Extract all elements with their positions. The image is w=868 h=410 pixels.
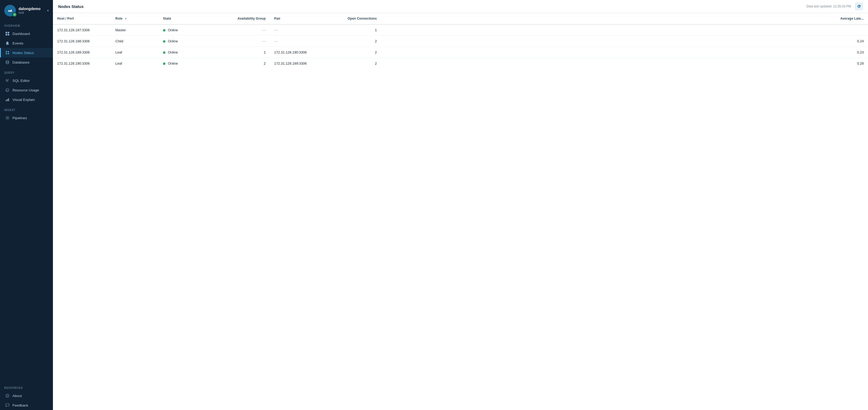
sidebar-item-visual-explain[interactable]: Visual Explain [0,95,53,104]
dashboard-icon [5,31,10,36]
table-row: 172.31.128.187:3306 Master Online — — 1 [53,24,868,36]
avatar-container [4,5,16,17]
cell-host: 172.31.128.188:3306 [53,36,111,47]
cell-state: Online [159,58,217,69]
svg-rect-21 [7,99,8,101]
topbar-right: Data last updated: 12:26:43 PM [806,3,863,10]
section-resources: RESOURCES [0,382,53,391]
cell-availability-group: 2 [217,58,270,69]
sidebar-item-sql-editor[interactable]: SQL Editor [0,76,53,85]
sidebar: dalongdemo root ▾ OVERVIEW Dashboard Eve… [0,0,53,410]
cell-role: Leaf [111,58,159,69]
user-badge [12,12,17,17]
section-overview: OVERVIEW [0,20,53,29]
nodes-table: Host / Port Role ▼ State Availability Gr… [53,13,868,69]
col-header-pair: Pair [270,13,328,24]
status-dot [163,51,165,54]
user-role: root [19,11,44,14]
databases-label: Databases [12,60,30,64]
table-header-row: Host / Port Role ▼ State Availability Gr… [53,13,868,24]
status-dot [163,62,165,65]
status-text: Online [168,39,178,43]
cell-state: Online [159,36,217,47]
nodes-icon [5,50,10,55]
svg-rect-5 [8,34,9,35]
feedback-label: Feedback [12,403,28,407]
status-text: Online [168,28,178,32]
bell-icon [5,41,10,46]
cell-open-connections: 2 [328,36,381,47]
table-row: 172.31.128.188:3306 Child Online — — 2 0… [53,36,868,47]
resource-usage-label: Resource Usage [12,88,39,92]
user-info: dalongdemo root [19,7,44,14]
about-label: About [12,394,22,398]
col-header-host: Host / Port [53,13,111,24]
col-header-role[interactable]: Role ▼ [111,13,159,24]
chart-icon [5,97,10,102]
visual-explain-label: Visual Explain [12,98,35,102]
col-header-open-connections: Open Connections [328,13,381,24]
svg-rect-20 [6,100,7,101]
svg-point-28 [7,394,8,395]
chat-icon [5,403,10,408]
cell-role: Child [111,36,159,47]
cell-host: 172.31.128.187:3306 [53,24,111,36]
user-menu[interactable]: dalongdemo root ▾ [0,0,53,20]
gauge-icon [5,88,10,92]
sidebar-bottom: RESOURCES About Feedback [0,382,53,410]
cell-pair: — [270,24,328,36]
cell-pair: — [270,36,328,47]
svg-rect-3 [8,32,9,33]
svg-point-1 [13,13,16,16]
sidebar-item-feedback[interactable]: Feedback [0,401,53,410]
nodes-table-container: Host / Port Role ▼ State Availability Gr… [53,13,868,410]
username: dalongdemo [19,7,44,11]
col-header-average-latency: Average Late... [381,13,868,24]
col-header-availability-group: Availability Group [217,13,270,24]
sidebar-item-databases[interactable]: Databases [0,57,53,67]
status-text: Online [168,50,178,54]
cell-open-connections: 2 [328,47,381,58]
sidebar-item-events[interactable]: Events [0,38,53,48]
sidebar-item-nodes-status[interactable]: Nodes Status [0,48,53,57]
list-icon [5,115,10,120]
sql-editor-label: SQL Editor [12,79,30,83]
last-updated-text: Data last updated: 12:26:43 PM [806,4,851,8]
cell-role: Master [111,24,159,36]
col-header-state: State [159,13,217,24]
svg-rect-22 [8,98,9,101]
info-icon [5,393,10,398]
sidebar-item-pipelines[interactable]: Pipelines [0,113,53,123]
sort-icon: ▼ [125,17,127,20]
chevron-down-icon: ▾ [47,9,49,12]
cell-availability-group: 1 [217,47,270,58]
section-ingest: INGEST [0,104,53,113]
nodes-status-label: Nodes Status [12,51,34,55]
cell-open-connections: 2 [328,58,381,69]
sidebar-item-dashboard[interactable]: Dashboard [0,29,53,38]
sql-icon [5,78,10,83]
pipelines-label: Pipelines [12,116,27,120]
status-text: Online [168,61,178,65]
cell-average-latency [381,24,868,36]
cell-availability-group: — [217,36,270,47]
table-row: 172.31.128.190:3306 Leaf Online 2 172.31… [53,58,868,69]
cell-state: Online [159,47,217,58]
dashboard-label: Dashboard [12,32,30,36]
main-content: Nodes Status Data last updated: 12:26:43… [53,0,868,410]
sidebar-item-about[interactable]: About [0,391,53,401]
events-label: Events [12,41,23,45]
cell-average-latency: 0.23 [381,47,868,58]
cell-open-connections: 1 [328,24,381,36]
cell-pair: 172.31.128.189:3306 [270,58,328,69]
section-query: QUERY [0,67,53,76]
svg-point-19 [7,90,8,90]
sidebar-item-resource-usage[interactable]: Resource Usage [0,85,53,95]
svg-rect-2 [5,32,7,33]
cell-host: 172.31.128.189:3306 [53,47,111,58]
topbar: Nodes Status Data last updated: 12:26:43… [53,0,868,13]
table-body: 172.31.128.187:3306 Master Online — — 1 … [53,24,868,69]
refresh-button[interactable] [855,3,863,10]
cell-availability-group: — [217,24,270,36]
status-dot [163,40,165,42]
